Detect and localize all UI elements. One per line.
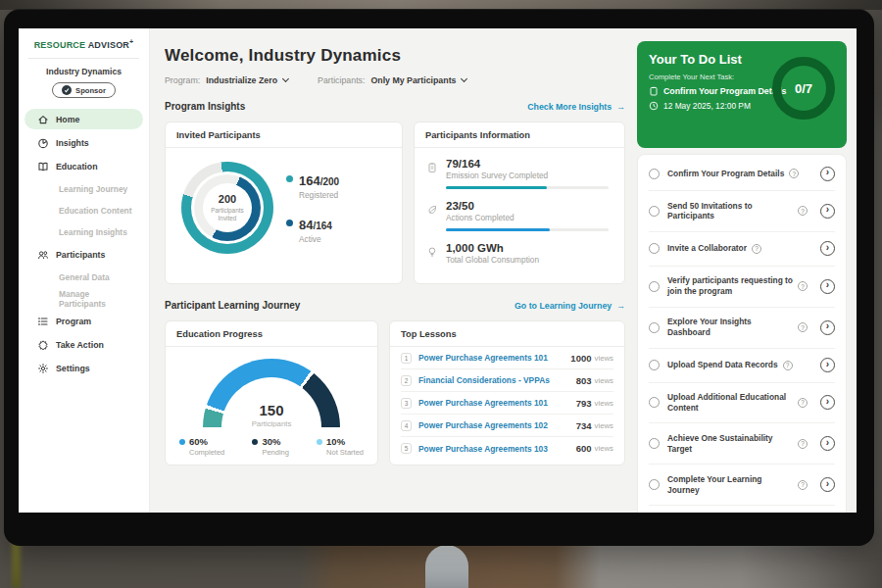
sidebar-item-settings[interactable]: Settings: [24, 358, 143, 378]
participants-filter-dropdown[interactable]: Participants: Only My Participants: [318, 75, 466, 85]
legend-label: Completed: [189, 448, 224, 457]
sidebar-item-insights[interactable]: Insights: [24, 132, 143, 153]
insights-icon: [37, 137, 49, 149]
chevron-down-icon: [282, 75, 289, 82]
help-icon[interactable]: ?: [783, 361, 793, 370]
lesson-views-count: 1000: [570, 353, 591, 364]
legend-label: Registered: [299, 190, 339, 200]
sidebar-item-education[interactable]: Education: [24, 156, 143, 176]
sidebar-item-learning-insights[interactable]: Learning Insights: [24, 222, 143, 241]
task-checkbox[interactable]: [649, 438, 660, 449]
legend-dot: [252, 439, 258, 445]
stat-value: 23/50: [446, 200, 609, 212]
help-icon[interactable]: ?: [752, 244, 761, 254]
registered-value: 164: [299, 173, 320, 188]
divider: [28, 58, 139, 59]
sidebar-item-take-action[interactable]: Take Action: [24, 334, 143, 355]
lesson-views-suffix: views: [595, 421, 614, 430]
task-chevron-button[interactable]: ›: [820, 358, 835, 372]
task-checkbox[interactable]: [649, 322, 660, 333]
lesson-link[interactable]: Power Purchase Agreements 101: [418, 353, 570, 363]
todo-task-row: Verify participants requesting to join t…: [649, 267, 835, 308]
app-logo[interactable]: RESOURCE ADVISOR+: [19, 38, 149, 50]
task-label: Upload Spend Data Records: [667, 360, 778, 370]
lesson-link[interactable]: Power Purchase Agreements 101: [418, 398, 576, 408]
task-label: Upload Additional Educational Content: [667, 392, 793, 414]
help-icon[interactable]: ?: [798, 281, 808, 291]
stat-label: Actions Completed: [446, 213, 609, 222]
help-icon[interactable]: ?: [798, 206, 808, 216]
task-checkbox[interactable]: [649, 169, 660, 179]
task-chevron-button[interactable]: ›: [820, 279, 835, 294]
legend-value: 60%: [189, 436, 224, 447]
task-chevron-button[interactable]: ›: [820, 241, 835, 256]
participants-invited-count: 200: [219, 193, 236, 205]
arrow-right-icon: →: [616, 301, 625, 311]
todo-due-date: 12 May 2025, 12:00 PM: [663, 101, 751, 111]
invited-participants-donut-chart: 200 Participants Invited: [181, 162, 273, 254]
program-insights-header: Program Insights Check More Insights →: [165, 101, 637, 112]
lesson-rank-badge: 4: [401, 420, 412, 431]
sponsor-label: Sponsor: [75, 86, 106, 95]
lesson-row: 3 Power Purchase Agreements 101 793 view…: [401, 392, 613, 415]
participants-invited-label: Participants Invited: [205, 207, 250, 222]
sidebar-item-program[interactable]: Program: [24, 311, 143, 331]
task-chevron-button[interactable]: ›: [820, 395, 835, 410]
program-filter-dropdown[interactable]: Program: Industrialize Zero: [165, 75, 288, 85]
organization-name: Industry Dynamics: [19, 67, 149, 76]
logo-plus: +: [129, 38, 133, 45]
task-checkbox[interactable]: [649, 243, 660, 254]
todo-progress-count: 0/7: [795, 81, 812, 96]
task-label: Achieve One Sustainability Target: [667, 433, 793, 455]
go-to-learning-journey-link[interactable]: Go to Learning Journey →: [514, 301, 625, 311]
section-title: Participant Learning Journey: [165, 300, 300, 311]
todo-progress-ring: 0/7: [772, 57, 835, 120]
legend-item-completed: 60%Completed: [179, 436, 224, 457]
sidebar-item-manage-participants[interactable]: Manage Participants: [24, 289, 143, 308]
card-title: Participants Information: [415, 122, 624, 148]
link-label: Check More Insights: [527, 102, 612, 112]
sidebar-item-label: Insights: [56, 138, 89, 148]
task-chevron-button[interactable]: ›: [820, 477, 835, 492]
task-chevron-button[interactable]: ›: [820, 204, 835, 219]
task-checkbox[interactable]: [649, 206, 660, 217]
task-checkbox[interactable]: [649, 479, 660, 490]
help-icon[interactable]: ?: [798, 398, 808, 408]
dashboard-screen: RESOURCE ADVISOR+ Industry Dynamics Spon…: [19, 28, 857, 513]
legend-label: Not Started: [326, 448, 364, 457]
check-more-insights-link[interactable]: Check More Insights →: [527, 102, 625, 112]
collapse-tasks-link[interactable]: Collapse Tasks: [649, 506, 835, 513]
lesson-link[interactable]: Financial Considerations - VPPAs: [418, 375, 576, 385]
sidebar-item-home[interactable]: Home: [24, 109, 143, 129]
help-icon[interactable]: ?: [798, 439, 808, 449]
lesson-views-count: 793: [576, 398, 592, 409]
lesson-views-suffix: views: [595, 444, 614, 453]
clipboard-icon: [649, 86, 659, 96]
help-icon[interactable]: ?: [798, 480, 808, 490]
gauge-legend: 60%Completed 30%Pending 10%Not Started: [166, 436, 377, 457]
todo-tasks-card: Confirm Your Program Details ? › Send 50…: [637, 154, 847, 513]
sidebar-item-general-data[interactable]: General Data: [24, 268, 143, 286]
help-icon[interactable]: ?: [789, 169, 799, 178]
lesson-link[interactable]: Power Purchase Agreements 103: [418, 444, 576, 454]
task-chevron-button[interactable]: ›: [820, 436, 835, 451]
task-checkbox[interactable]: [649, 281, 660, 292]
task-chevron-button[interactable]: ›: [820, 320, 835, 335]
todo-task-row: Confirm Your Program Details ? ›: [649, 157, 835, 191]
sidebar-item-label: Take Action: [56, 340, 104, 350]
sidebar-nav: Home Insights Education Learning Journey…: [19, 109, 149, 378]
legend-item-not-started: 10%Not Started: [317, 436, 364, 457]
task-chevron-button[interactable]: ›: [820, 167, 835, 181]
sidebar-item-participants[interactable]: Participants: [24, 244, 143, 265]
progress-bar: [446, 228, 609, 231]
logo-part-resource: RESOURCE: [34, 40, 86, 50]
sidebar-item-learning-journey[interactable]: Learning Journey: [24, 179, 143, 198]
sidebar-item-education-content[interactable]: Education Content: [24, 201, 143, 220]
task-checkbox[interactable]: [649, 397, 660, 408]
help-icon[interactable]: ?: [798, 322, 808, 332]
task-checkbox[interactable]: [649, 360, 660, 370]
lesson-link[interactable]: Power Purchase Agreements 102: [418, 420, 576, 430]
main-content: Welcome, Industry Dynamics Program: Indu…: [150, 28, 637, 513]
active-value: 84: [299, 218, 313, 232]
sponsor-badge[interactable]: Sponsor: [52, 82, 116, 98]
